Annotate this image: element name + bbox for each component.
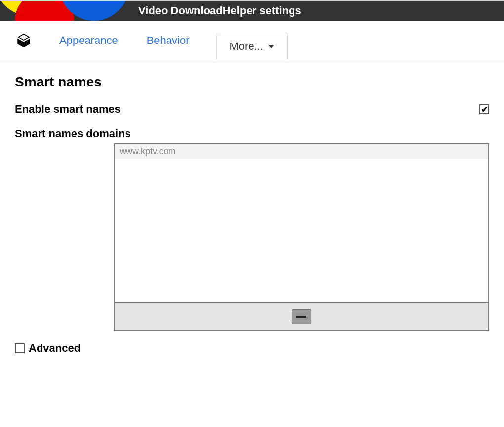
box-icon[interactable] — [15, 32, 33, 49]
enable-smart-names-label: Enable smart names — [15, 103, 121, 116]
chevron-down-icon — [268, 45, 274, 48]
enable-smart-names-checkbox[interactable]: ✔ — [479, 104, 489, 114]
page-title: Video DownloadHelper settings — [138, 4, 301, 17]
tab-appearance[interactable]: Appearance — [57, 29, 120, 52]
advanced-label: Advanced — [29, 342, 81, 355]
domains-label: Smart names domains — [15, 128, 489, 140]
list-item[interactable]: www.kptv.com — [115, 144, 488, 159]
advanced-row: Advanced — [15, 342, 489, 355]
advanced-checkbox[interactable] — [15, 343, 25, 353]
tab-more[interactable]: More... — [216, 33, 288, 60]
section-title: Smart names — [15, 74, 489, 90]
domains-list[interactable]: www.kptv.com — [115, 144, 488, 302]
header-bar: Video DownloadHelper settings — [0, 1, 504, 21]
enable-smart-names-row: Enable smart names ✔ — [15, 103, 489, 116]
tab-more-label: More... — [230, 40, 263, 53]
app-logo — [0, 1, 114, 21]
domains-wrap: www.kptv.com — [114, 143, 489, 331]
content: Smart names Enable smart names ✔ Smart n… — [0, 60, 504, 355]
domains-listbox: www.kptv.com — [114, 143, 489, 331]
tab-behavior[interactable]: Behavior — [145, 29, 192, 52]
domains-toolbar — [115, 302, 488, 330]
remove-button[interactable] — [292, 309, 311, 324]
tabs-row: Appearance Behavior More... — [0, 21, 504, 60]
minus-icon — [296, 316, 306, 318]
